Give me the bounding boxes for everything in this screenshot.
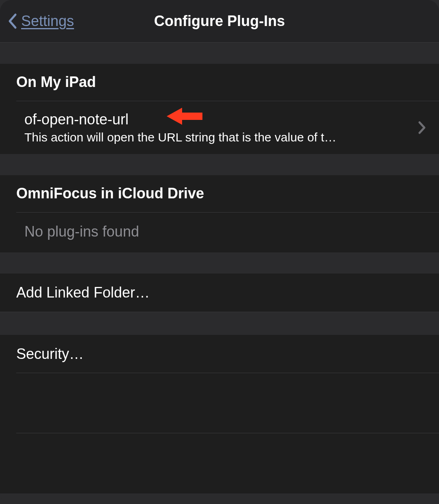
back-label: Settings [21,13,74,30]
section-actions-1: Add Linked Folder… [0,274,439,312]
plugin-description: This action will open the URL string tha… [24,130,402,144]
empty-state-text: No plug-ins found [0,213,439,252]
section-header-on-my-ipad: On My iPad [0,64,439,101]
nav-header: Settings Configure Plug-Ins [0,0,439,43]
chevron-right-icon [418,121,426,135]
section-icloud: OmniFocus in iCloud Drive No plug-ins fo… [0,175,439,252]
add-linked-folder-button[interactable]: Add Linked Folder… [0,274,439,312]
spacer [0,43,439,64]
empty-row [0,373,439,433]
plugin-row[interactable]: of-open-note-url This action will open t… [0,101,439,154]
plugin-row-content: of-open-note-url This action will open t… [24,111,402,144]
spacer [0,312,439,335]
section-actions-2: Security… [0,335,439,493]
spacer [0,252,439,274]
security-button[interactable]: Security… [0,335,439,373]
settings-window: Settings Configure Plug-Ins On My iPad o… [0,0,439,504]
chevron-left-icon [7,13,17,29]
back-button[interactable]: Settings [7,13,74,30]
spacer [0,154,439,175]
section-header-icloud: OmniFocus in iCloud Drive [0,175,439,213]
section-on-my-ipad: On My iPad of-open-note-url This action … [0,64,439,154]
empty-row [0,433,439,493]
plugin-name: of-open-note-url [24,111,402,128]
